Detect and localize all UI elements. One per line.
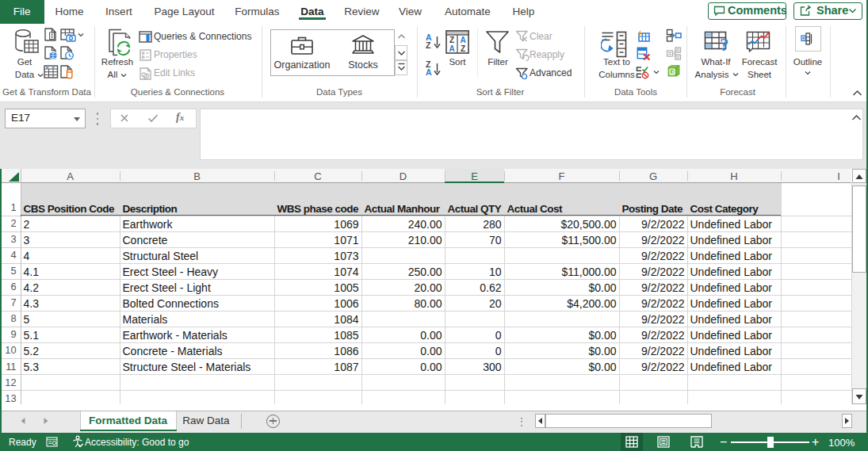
svg-text:A: A <box>460 36 465 44</box>
svg-text:A: A <box>449 44 454 53</box>
svg-text:Z: Z <box>449 36 454 44</box>
svg-text:J: J <box>671 70 674 75</box>
svg-text:Z: Z <box>461 44 465 53</box>
